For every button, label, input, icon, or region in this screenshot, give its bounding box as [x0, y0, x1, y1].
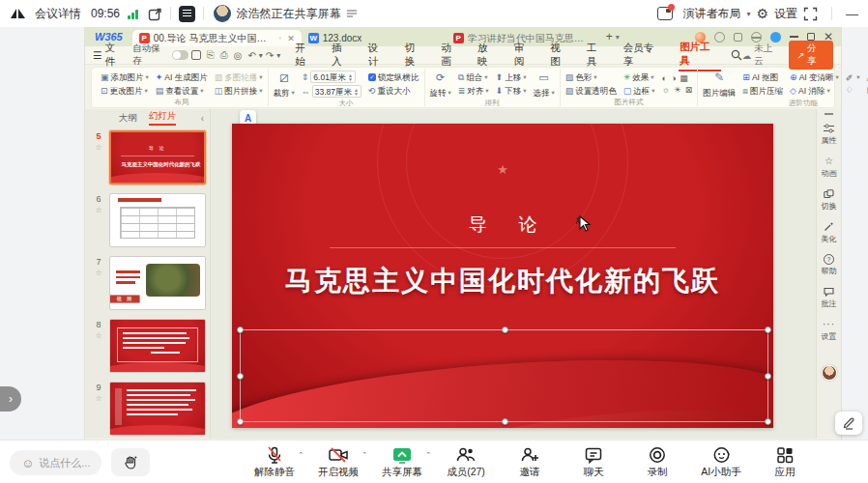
view-settings-button[interactable]: ▤查看设置▾: [156, 85, 208, 97]
window-restore-icon[interactable]: [807, 33, 815, 41]
preview-icon[interactable]: ◎: [234, 50, 243, 61]
undo-chevron-icon[interactable]: ▾: [259, 51, 263, 60]
gear-icon[interactable]: ⚙: [756, 6, 768, 21]
collapse-panel-icon[interactable]: ‹: [201, 113, 204, 124]
slide-thumbnail-9[interactable]: 9☆: [91, 382, 206, 436]
meeting-details-button[interactable]: 会议详情: [35, 6, 81, 22]
selection-handle[interactable]: [765, 327, 771, 333]
reset-size-button[interactable]: ⟲重设大小: [368, 85, 420, 97]
autosave-toggle[interactable]: [172, 50, 188, 60]
crop-icon[interactable]: ⧄: [279, 70, 289, 85]
selection-handle[interactable]: [765, 418, 771, 425]
slide-subtitle[interactable]: 马克思主义中国化时代化新的飞跃: [232, 263, 773, 299]
pin-icon[interactable]: ◦: [278, 34, 281, 43]
output-icon[interactable]: ⎘: [207, 49, 215, 61]
select-button[interactable]: 选择▾: [533, 87, 554, 99]
workspace-icon[interactable]: [734, 33, 742, 42]
sidebar-item-help[interactable]: ? 帮助: [822, 254, 837, 276]
tab-home[interactable]: 开始: [294, 40, 316, 71]
bring-forward-button[interactable]: ⬆上移▾: [496, 71, 527, 83]
save-icon[interactable]: [191, 50, 201, 60]
rotate-button[interactable]: 旋转▾: [430, 87, 451, 99]
file-menu[interactable]: ☰ 文件: [93, 42, 125, 69]
slide-thumbnail-6[interactable]: 6☆: [91, 193, 206, 247]
height-input[interactable]: 6.01厘米▲▼: [310, 71, 356, 83]
outline-tab[interactable]: 大纲: [119, 112, 137, 125]
ai-erase-button[interactable]: ◇AI 消除▾: [790, 85, 839, 97]
tab-animation[interactable]: 动画: [440, 40, 462, 71]
tab-transition[interactable]: 切换: [403, 40, 425, 71]
wps-share-button[interactable]: ↗ 分享: [789, 41, 833, 70]
raise-hand-button[interactable]: [111, 448, 150, 476]
sidebar-item-beautify[interactable]: 美化: [822, 221, 837, 244]
annotation-pencil-button[interactable]: [835, 412, 862, 435]
set-transparent-color-button[interactable]: ▧设置透明色: [565, 85, 617, 97]
apps-button[interactable]: 应用: [764, 443, 806, 479]
shape-tool[interactable]: ♢: [846, 85, 860, 95]
multi-picture-carousel-button[interactable]: ▥多图轮播▾: [215, 71, 263, 83]
brightness-presets[interactable]: ☼☀⊠: [661, 85, 692, 95]
start-video-button[interactable]: ⌃ 开启视频: [317, 443, 360, 479]
open-external-icon[interactable]: [148, 7, 162, 21]
selection-handle[interactable]: [237, 373, 244, 380]
width-input[interactable]: 33.87厘米▲▼: [312, 85, 362, 98]
unmute-button[interactable]: ⌃ 解除静音: [253, 443, 296, 479]
tab-design[interactable]: 设计: [367, 40, 390, 71]
ai-assistant-button[interactable]: AI小助手: [700, 443, 742, 479]
slide-thumbnail-8[interactable]: 8☆: [91, 319, 206, 373]
chevron-up-icon[interactable]: ⌃: [298, 451, 304, 459]
effects-button[interactable]: ✳效果▾: [623, 71, 655, 83]
add-picture-button[interactable]: ▣添加图片▾: [101, 71, 149, 83]
picture-compress-button[interactable]: ⧈图片压缩: [742, 85, 783, 97]
ai-matting-button[interactable]: ⊞AI 抠图: [742, 71, 783, 83]
group-button[interactable]: ⧉组合▾: [458, 71, 489, 83]
print-icon[interactable]: ⎙: [220, 49, 228, 61]
picture-edit-button[interactable]: 图片编辑: [703, 87, 736, 99]
tab-review[interactable]: 审阅: [513, 40, 535, 71]
record-button[interactable]: 录制: [636, 443, 679, 479]
ai-generate-picture-button[interactable]: ✦AI 生成图片: [156, 71, 208, 83]
tab-slideshow[interactable]: 放映: [477, 40, 499, 71]
tab-picture-tools[interactable]: 图片工具: [679, 39, 720, 71]
current-slide[interactable]: ★ 导 论 马克思主义中国化时代化新的飞跃: [232, 124, 773, 428]
align-button[interactable]: ≣对齐▾: [458, 85, 489, 97]
layout-icon[interactable]: [657, 7, 673, 20]
cloud-status[interactable]: ☁ 未上云: [742, 43, 782, 68]
ai-clarify-button[interactable]: ⊕AI 变清晰▾: [790, 71, 839, 83]
redo-icon[interactable]: ↷: [266, 50, 274, 61]
undo-icon[interactable]: ↶: [247, 50, 255, 61]
expand-panel-handle[interactable]: ›: [0, 386, 21, 412]
fullscreen-icon[interactable]: [803, 7, 818, 21]
selection-handle[interactable]: [237, 418, 244, 425]
layout-switch-button[interactable]: 演讲者布局: [682, 6, 740, 22]
slide-title[interactable]: 导 论: [232, 213, 773, 238]
slide-canvas[interactable]: A ★ 导 论 马克思主义中国化时代化新的飞跃: [211, 109, 816, 439]
settings-button[interactable]: 设置: [774, 6, 797, 22]
redo-chevron-icon[interactable]: ▾: [276, 51, 280, 60]
sidebar-item-settings[interactable]: ··· 设置: [822, 319, 837, 342]
contrast-presets[interactable]: ◐◑▦: [661, 73, 692, 83]
chevron-up-icon[interactable]: ⌃: [362, 451, 367, 459]
shared-doc-icon[interactable]: [179, 6, 195, 22]
sharing-menu-icon[interactable]: [346, 9, 358, 18]
selection-handle[interactable]: [502, 327, 508, 333]
crop-button[interactable]: 裁剪▾: [274, 87, 295, 99]
user-avatar[interactable]: [822, 365, 837, 381]
quick-chat-input[interactable]: ☺ 说点什么...: [10, 450, 101, 475]
slide-thumbnail-5[interactable]: 5☆ 导 论 马克思主义中国化时代化新的飞跃: [91, 130, 206, 185]
slide-thumbnail-7[interactable]: 7☆ 视 频: [91, 256, 206, 310]
collapse-icon[interactable]: —: [846, 7, 858, 21]
selection-handle[interactable]: [765, 373, 771, 380]
sidebar-item-transition[interactable]: 切换: [822, 188, 837, 212]
selection-box[interactable]: [240, 329, 768, 422]
sidebar-item-comments[interactable]: 批注: [822, 286, 837, 309]
invite-button[interactable]: 邀请: [508, 443, 551, 479]
selection-handle[interactable]: [237, 327, 244, 333]
window-minimize-icon[interactable]: [790, 36, 798, 38]
chat-button[interactable]: 聊天: [572, 443, 615, 479]
color-button[interactable]: ▨色彩▾: [565, 71, 617, 83]
members-button[interactable]: 成员(27): [445, 443, 487, 479]
tab-tools[interactable]: 工具: [586, 40, 608, 71]
slides-tab[interactable]: 幻灯片: [149, 110, 177, 126]
sidebar-item-animation[interactable]: ☆ 动画: [822, 156, 837, 179]
